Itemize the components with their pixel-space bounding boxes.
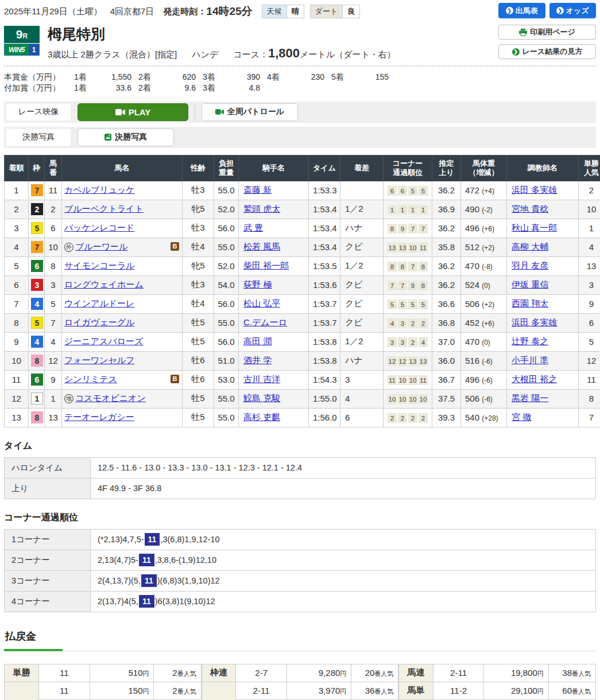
jockey-link[interactable]: 古川 吉洋 bbox=[243, 374, 280, 384]
margin: クビ bbox=[340, 275, 384, 294]
patrol-video-button[interactable]: 全周パトロール bbox=[202, 103, 298, 121]
trainer-link[interactable]: 浜田 多実雄 bbox=[512, 185, 557, 195]
horse-link[interactable]: ウインアルドーレ bbox=[64, 298, 134, 308]
odds-button[interactable]: ❯ オッズ bbox=[549, 3, 597, 18]
frame-cell: 3 bbox=[29, 275, 45, 294]
results-column-header: 馬名 bbox=[62, 155, 183, 181]
jockey-link[interactable]: 酒井 学 bbox=[243, 355, 272, 365]
result-row: 633ロングウェイホーム牡354.0荻野 極1:53.6クビ779836.252… bbox=[5, 275, 600, 294]
jockey-link[interactable]: C.デムーロ bbox=[243, 317, 287, 327]
horse-link[interactable]: サイモンコーラル bbox=[64, 260, 134, 270]
horse-name-cell: ロイガヴェーグル bbox=[62, 313, 183, 332]
trainer-link[interactable]: 大根田 裕之 bbox=[512, 374, 557, 384]
results-column-header: 着順 bbox=[5, 155, 29, 181]
win5-badge: WIN5 1 bbox=[4, 44, 40, 56]
results-column-header: 騎手名 bbox=[239, 155, 309, 181]
trainer-link[interactable]: 高柳 大輔 bbox=[512, 242, 548, 251]
win-popularity: 3 bbox=[579, 275, 600, 294]
finish-time: 1:53.7 bbox=[309, 294, 340, 313]
win-popularity: 1 bbox=[579, 219, 600, 238]
jockey-link[interactable]: 松山 弘平 bbox=[243, 298, 280, 308]
jockey-link[interactable]: 柴田 裕一郎 bbox=[243, 260, 289, 270]
body-weight-diff: (+28) bbox=[482, 414, 498, 422]
corner-position: 8 bbox=[388, 224, 397, 234]
trainer-cell: 高柳 大輔 bbox=[507, 238, 579, 256]
corner-position: 3 bbox=[388, 337, 397, 347]
horse-link[interactable]: カペルブリュッケ bbox=[64, 185, 135, 195]
finish-time: 1:56.0 bbox=[309, 408, 340, 427]
jockey-link[interactable]: 高田 潤 bbox=[243, 336, 272, 346]
result-row: 1211地コスモオピニオン牡555.0鮫島 克駿1:55.04101010103… bbox=[5, 389, 600, 408]
trainer-link[interactable]: 浜田 多実雄 bbox=[512, 317, 557, 327]
trainer-link[interactable]: 伊坂 重信 bbox=[512, 279, 548, 289]
trainer-link[interactable]: 宮地 貴稔 bbox=[512, 204, 548, 213]
horse-link[interactable]: フォーワンセルフ bbox=[64, 355, 134, 365]
trainer-link[interactable]: 羽月 友彦 bbox=[512, 260, 548, 270]
time-row-value: 12.5 - 11.6 - 13.0 - 13.3 - 13.0 - 13.1 … bbox=[91, 457, 596, 478]
horse-link[interactable]: ブルーワール bbox=[75, 242, 127, 251]
horse-link[interactable]: バッケンレコード bbox=[64, 223, 134, 232]
horse-link[interactable]: シンリミテス bbox=[64, 374, 117, 384]
horse-link[interactable]: ジーニアスバローズ bbox=[64, 336, 143, 346]
corner-position: 2 bbox=[408, 413, 417, 423]
jockey-link[interactable]: 高杉 吏麒 bbox=[243, 412, 280, 422]
frame-cell: 5 bbox=[29, 313, 45, 332]
payout-title-underline: 払戻金 bbox=[4, 629, 596, 651]
horse-link[interactable]: ブルーペクトライト bbox=[64, 204, 144, 213]
horse-link[interactable]: テーオーレガシー bbox=[64, 412, 134, 422]
horse-number: 5 bbox=[45, 294, 62, 313]
corner-positions-cell: 4322 bbox=[384, 313, 432, 332]
results-table: 着順枠馬 番馬名性齢負担 重量騎手名タイム着差コーナー 通過順位推定 上り馬体重… bbox=[4, 155, 600, 427]
result-guide-button[interactable]: ❯ レース結果の見方 bbox=[498, 44, 596, 59]
trainer-link[interactable]: 西園 翔太 bbox=[512, 298, 548, 308]
trainer-link[interactable]: 小手川 準 bbox=[512, 355, 548, 365]
horse-link[interactable]: ロイガヴェーグル bbox=[64, 317, 134, 327]
blinker-badge: B bbox=[171, 375, 179, 383]
frame-cell: 4 bbox=[29, 332, 45, 351]
prize-rank: 4着 bbox=[267, 72, 289, 83]
trainer-link[interactable]: 辻野 泰之 bbox=[512, 336, 548, 346]
payout-row: 馬連2-1119,800円38番人気 bbox=[399, 664, 596, 682]
prize-rank: 2着 bbox=[138, 72, 160, 83]
horse-number: 11 bbox=[45, 181, 62, 200]
jockey-link[interactable]: 松若 風馬 bbox=[243, 242, 280, 251]
horse-link[interactable]: ロングウェイホーム bbox=[64, 279, 144, 289]
corner-positions-cell: 2222 bbox=[384, 408, 432, 427]
horse-name-cell: サイモンコーラル bbox=[62, 256, 183, 275]
finish-position: 1 bbox=[5, 181, 29, 200]
trainer-link[interactable]: 黒岩 陽一 bbox=[512, 393, 548, 403]
entries-button[interactable]: ❯ 出馬表 bbox=[498, 3, 545, 18]
jockey-cell: C.デムーロ bbox=[239, 313, 309, 332]
payout-row: 馬単11-229,100円60番人気 bbox=[399, 682, 596, 699]
corner-positions-cell: 10101010 bbox=[384, 389, 432, 408]
body-weight-cell: 472 (+4) bbox=[461, 181, 507, 200]
sex-age: 牡3 bbox=[183, 275, 214, 294]
trainer-link[interactable]: 宮 徹 bbox=[512, 412, 531, 422]
corner-table-body: 1コーナー(*2,13)4,7,5-11,3(6,8)1,9,12-102コーナ… bbox=[5, 529, 596, 612]
corner-position: 2 bbox=[419, 413, 428, 423]
corner-position: 5 bbox=[388, 300, 397, 309]
jockey-link[interactable]: 斎藤 新 bbox=[243, 185, 272, 195]
added-prize-row: 付加賞（万円） 1着33.62着9.63着4.8 bbox=[4, 83, 596, 94]
print-page-button[interactable]: 印刷用ページ bbox=[498, 25, 596, 40]
results-column-header: 枠 bbox=[29, 155, 45, 181]
jockey-link[interactable]: 荻野 極 bbox=[243, 279, 272, 289]
trainer-link[interactable]: 秋山 真一郎 bbox=[512, 223, 557, 232]
payout-amount: 510円 bbox=[90, 664, 154, 682]
payout-row: ワイド2-113,970円36番人気 bbox=[202, 682, 398, 699]
jockey-link[interactable]: 武 豊 bbox=[243, 223, 263, 232]
jockey-link[interactable]: 鮫島 克駿 bbox=[243, 393, 280, 403]
frame-number-badge: 1 bbox=[31, 392, 43, 405]
finish-photo-button[interactable]: 決勝写真 bbox=[78, 129, 174, 146]
corner-position: 10 bbox=[408, 394, 417, 404]
meeting-info: 4回京都7日 bbox=[110, 6, 154, 17]
results-column-header: 性齢 bbox=[183, 155, 214, 181]
estimated-last-3f: 39.3 bbox=[432, 408, 461, 427]
horse-link[interactable]: コスモオピニオン bbox=[75, 393, 146, 403]
margin: 1／2 bbox=[340, 256, 384, 275]
corner-positions-cell: 5555 bbox=[384, 294, 432, 313]
prize-value: 155 bbox=[353, 72, 389, 83]
play-button[interactable]: PLAY bbox=[78, 103, 188, 121]
dotted-separator bbox=[4, 65, 596, 67]
jockey-link[interactable]: 鷲頭 虎太 bbox=[243, 204, 280, 213]
